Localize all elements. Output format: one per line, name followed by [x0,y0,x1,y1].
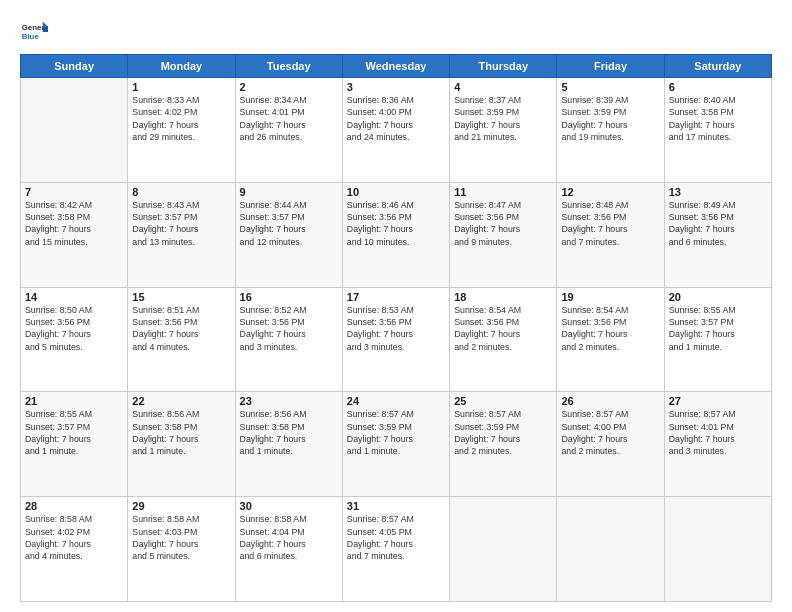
calendar-cell: 27Sunrise: 8:57 AMSunset: 4:01 PMDayligh… [664,392,771,497]
day-number: 16 [240,291,338,303]
calendar-cell: 21Sunrise: 8:55 AMSunset: 3:57 PMDayligh… [21,392,128,497]
day-info: Sunrise: 8:58 AMSunset: 4:04 PMDaylight:… [240,513,338,562]
day-number: 20 [669,291,767,303]
day-info: Sunrise: 8:47 AMSunset: 3:56 PMDaylight:… [454,199,552,248]
weekday-header-wednesday: Wednesday [342,55,449,78]
day-info: Sunrise: 8:50 AMSunset: 3:56 PMDaylight:… [25,304,123,353]
calendar-week-row: 14Sunrise: 8:50 AMSunset: 3:56 PMDayligh… [21,287,772,392]
day-info: Sunrise: 8:52 AMSunset: 3:56 PMDaylight:… [240,304,338,353]
day-number: 26 [561,395,659,407]
day-info: Sunrise: 8:49 AMSunset: 3:56 PMDaylight:… [669,199,767,248]
day-number: 1 [132,81,230,93]
day-info: Sunrise: 8:56 AMSunset: 3:58 PMDaylight:… [132,408,230,457]
day-number: 4 [454,81,552,93]
day-info: Sunrise: 8:40 AMSunset: 3:58 PMDaylight:… [669,94,767,143]
day-info: Sunrise: 8:57 AMSunset: 3:59 PMDaylight:… [347,408,445,457]
weekday-header-friday: Friday [557,55,664,78]
day-info: Sunrise: 8:48 AMSunset: 3:56 PMDaylight:… [561,199,659,248]
day-info: Sunrise: 8:42 AMSunset: 3:58 PMDaylight:… [25,199,123,248]
calendar-cell: 11Sunrise: 8:47 AMSunset: 3:56 PMDayligh… [450,182,557,287]
calendar-cell: 8Sunrise: 8:43 AMSunset: 3:57 PMDaylight… [128,182,235,287]
calendar-cell: 23Sunrise: 8:56 AMSunset: 3:58 PMDayligh… [235,392,342,497]
day-number: 6 [669,81,767,93]
calendar-cell [450,497,557,602]
day-info: Sunrise: 8:53 AMSunset: 3:56 PMDaylight:… [347,304,445,353]
calendar-cell [664,497,771,602]
day-number: 28 [25,500,123,512]
calendar-page: General Blue SundayMondayTuesdayWednesda… [0,0,792,612]
day-number: 24 [347,395,445,407]
calendar-cell: 3Sunrise: 8:36 AMSunset: 4:00 PMDaylight… [342,78,449,183]
day-info: Sunrise: 8:57 AMSunset: 4:05 PMDaylight:… [347,513,445,562]
day-number: 19 [561,291,659,303]
calendar-cell [557,497,664,602]
day-number: 9 [240,186,338,198]
day-number: 5 [561,81,659,93]
calendar-cell: 22Sunrise: 8:56 AMSunset: 3:58 PMDayligh… [128,392,235,497]
weekday-header-tuesday: Tuesday [235,55,342,78]
calendar-cell: 2Sunrise: 8:34 AMSunset: 4:01 PMDaylight… [235,78,342,183]
day-number: 11 [454,186,552,198]
calendar-cell: 28Sunrise: 8:58 AMSunset: 4:02 PMDayligh… [21,497,128,602]
day-info: Sunrise: 8:58 AMSunset: 4:03 PMDaylight:… [132,513,230,562]
weekday-header-monday: Monday [128,55,235,78]
day-info: Sunrise: 8:46 AMSunset: 3:56 PMDaylight:… [347,199,445,248]
day-number: 25 [454,395,552,407]
calendar-cell: 5Sunrise: 8:39 AMSunset: 3:59 PMDaylight… [557,78,664,183]
day-number: 10 [347,186,445,198]
calendar-cell: 14Sunrise: 8:50 AMSunset: 3:56 PMDayligh… [21,287,128,392]
calendar-cell: 12Sunrise: 8:48 AMSunset: 3:56 PMDayligh… [557,182,664,287]
day-info: Sunrise: 8:56 AMSunset: 3:58 PMDaylight:… [240,408,338,457]
day-info: Sunrise: 8:54 AMSunset: 3:56 PMDaylight:… [454,304,552,353]
calendar-cell: 25Sunrise: 8:57 AMSunset: 3:59 PMDayligh… [450,392,557,497]
calendar-table: SundayMondayTuesdayWednesdayThursdayFrid… [20,54,772,602]
calendar-cell: 16Sunrise: 8:52 AMSunset: 3:56 PMDayligh… [235,287,342,392]
day-info: Sunrise: 8:37 AMSunset: 3:59 PMDaylight:… [454,94,552,143]
day-info: Sunrise: 8:43 AMSunset: 3:57 PMDaylight:… [132,199,230,248]
header: General Blue [20,18,772,46]
calendar-week-row: 21Sunrise: 8:55 AMSunset: 3:57 PMDayligh… [21,392,772,497]
calendar-cell: 10Sunrise: 8:46 AMSunset: 3:56 PMDayligh… [342,182,449,287]
day-number: 22 [132,395,230,407]
day-info: Sunrise: 8:58 AMSunset: 4:02 PMDaylight:… [25,513,123,562]
day-number: 30 [240,500,338,512]
calendar-cell: 1Sunrise: 8:33 AMSunset: 4:02 PMDaylight… [128,78,235,183]
day-number: 29 [132,500,230,512]
day-info: Sunrise: 8:55 AMSunset: 3:57 PMDaylight:… [25,408,123,457]
calendar-cell: 17Sunrise: 8:53 AMSunset: 3:56 PMDayligh… [342,287,449,392]
calendar-cell: 31Sunrise: 8:57 AMSunset: 4:05 PMDayligh… [342,497,449,602]
calendar-cell: 13Sunrise: 8:49 AMSunset: 3:56 PMDayligh… [664,182,771,287]
calendar-cell: 20Sunrise: 8:55 AMSunset: 3:57 PMDayligh… [664,287,771,392]
day-number: 7 [25,186,123,198]
calendar-cell: 9Sunrise: 8:44 AMSunset: 3:57 PMDaylight… [235,182,342,287]
weekday-header-saturday: Saturday [664,55,771,78]
day-number: 3 [347,81,445,93]
calendar-cell [21,78,128,183]
calendar-cell: 26Sunrise: 8:57 AMSunset: 4:00 PMDayligh… [557,392,664,497]
calendar-cell: 15Sunrise: 8:51 AMSunset: 3:56 PMDayligh… [128,287,235,392]
svg-marker-4 [43,27,48,32]
day-number: 17 [347,291,445,303]
calendar-week-row: 28Sunrise: 8:58 AMSunset: 4:02 PMDayligh… [21,497,772,602]
logo-icon: General Blue [20,18,48,46]
day-info: Sunrise: 8:57 AMSunset: 4:01 PMDaylight:… [669,408,767,457]
svg-text:Blue: Blue [22,32,40,41]
day-number: 31 [347,500,445,512]
day-number: 18 [454,291,552,303]
calendar-cell: 29Sunrise: 8:58 AMSunset: 4:03 PMDayligh… [128,497,235,602]
day-info: Sunrise: 8:44 AMSunset: 3:57 PMDaylight:… [240,199,338,248]
day-info: Sunrise: 8:39 AMSunset: 3:59 PMDaylight:… [561,94,659,143]
day-number: 21 [25,395,123,407]
day-info: Sunrise: 8:57 AMSunset: 4:00 PMDaylight:… [561,408,659,457]
weekday-header-sunday: Sunday [21,55,128,78]
day-info: Sunrise: 8:54 AMSunset: 3:56 PMDaylight:… [561,304,659,353]
calendar-cell: 4Sunrise: 8:37 AMSunset: 3:59 PMDaylight… [450,78,557,183]
day-info: Sunrise: 8:36 AMSunset: 4:00 PMDaylight:… [347,94,445,143]
calendar-cell: 19Sunrise: 8:54 AMSunset: 3:56 PMDayligh… [557,287,664,392]
day-number: 23 [240,395,338,407]
day-info: Sunrise: 8:51 AMSunset: 3:56 PMDaylight:… [132,304,230,353]
day-number: 15 [132,291,230,303]
weekday-header-thursday: Thursday [450,55,557,78]
weekday-header-row: SundayMondayTuesdayWednesdayThursdayFrid… [21,55,772,78]
day-number: 12 [561,186,659,198]
